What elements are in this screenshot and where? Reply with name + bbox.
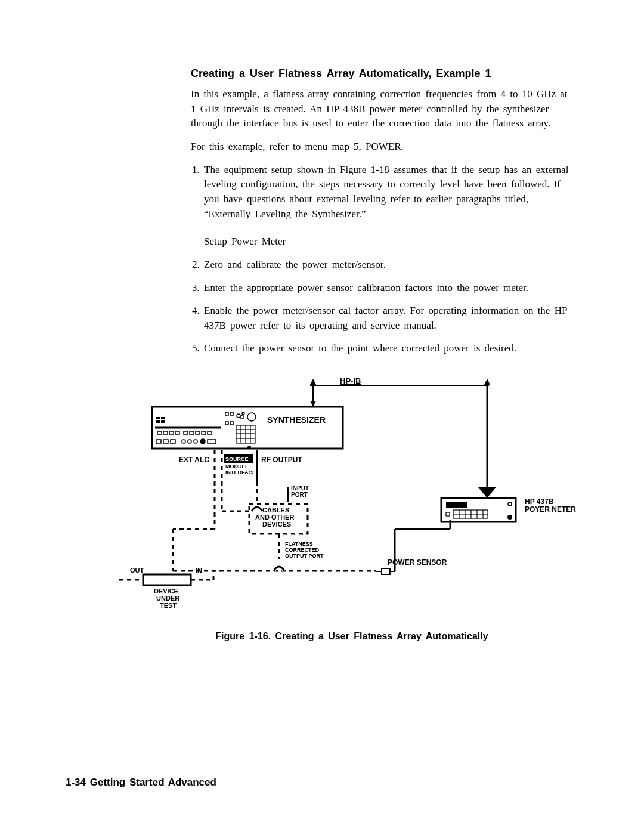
svg-marker-4 bbox=[484, 379, 490, 385]
svg-rect-21 bbox=[208, 431, 212, 434]
svg-rect-34 bbox=[241, 416, 243, 418]
svg-point-28 bbox=[200, 439, 205, 444]
svg-marker-1 bbox=[310, 379, 316, 385]
svg-rect-36 bbox=[230, 422, 233, 425]
step-3: Enter the appropriate power sensor calib… bbox=[204, 281, 572, 296]
svg-rect-8 bbox=[156, 417, 160, 419]
figure-caption: Figure 1-16. Creating a User Flatness Ar… bbox=[119, 629, 584, 643]
device-l1: DEVICE bbox=[154, 587, 178, 595]
setup-power-meter-label: Setup Power Meter bbox=[204, 234, 572, 249]
svg-point-45 bbox=[247, 446, 251, 449]
svg-point-66 bbox=[508, 502, 512, 506]
svg-rect-65 bbox=[446, 502, 467, 508]
svg-rect-24 bbox=[171, 440, 175, 443]
svg-rect-15 bbox=[169, 431, 174, 434]
step-5: Connect the power sensor to the point wh… bbox=[204, 341, 572, 356]
svg-marker-6 bbox=[478, 487, 496, 498]
source-module-l2: MODULE bbox=[225, 463, 249, 469]
svg-rect-17 bbox=[184, 431, 188, 434]
svg-point-32 bbox=[237, 414, 240, 418]
in-label: IN bbox=[196, 567, 202, 574]
svg-rect-23 bbox=[163, 440, 168, 443]
figure-block-diagram: HP-IB bbox=[119, 374, 584, 643]
steps-list: The equipment setup shown in Figure 1-18… bbox=[191, 163, 572, 356]
step-1: The equipment setup shown in Figure 1-18… bbox=[204, 163, 572, 249]
svg-rect-16 bbox=[175, 431, 179, 434]
hp437b-l1: HP 437B bbox=[525, 497, 554, 506]
section-heading: Creating a User Flatness Array Automatic… bbox=[191, 66, 572, 81]
svg-point-67 bbox=[507, 515, 512, 520]
device-l3: TEST bbox=[160, 602, 177, 609]
input-port-l2: PORT bbox=[291, 491, 308, 498]
hp-ib-label: HP-IB bbox=[340, 376, 361, 385]
svg-point-27 bbox=[194, 440, 197, 443]
input-port-l1: INPUT bbox=[291, 485, 309, 491]
svg-rect-10 bbox=[156, 420, 160, 423]
svg-rect-22 bbox=[156, 440, 161, 443]
svg-rect-14 bbox=[163, 431, 168, 434]
paragraph-intro: In this example, a flatness array contai… bbox=[191, 87, 572, 131]
svg-rect-58 bbox=[382, 568, 390, 574]
device-l2: UNDER bbox=[156, 595, 179, 602]
rf-output-label: RF OUTPUT bbox=[261, 456, 302, 464]
svg-rect-13 bbox=[157, 431, 162, 434]
source-module-l3: INTERFACE bbox=[225, 469, 256, 475]
cables-l2: AND OTHER bbox=[255, 514, 294, 521]
flatness-l2: CORRECTED bbox=[285, 547, 320, 553]
svg-point-33 bbox=[242, 412, 244, 415]
step-4: Enable the power meter/sensor cal factor… bbox=[204, 304, 572, 333]
svg-rect-19 bbox=[196, 431, 200, 434]
svg-rect-76 bbox=[143, 574, 191, 585]
out-label: OUT bbox=[130, 567, 144, 574]
svg-point-37 bbox=[247, 413, 256, 421]
cables-l1: CABLES bbox=[262, 506, 289, 514]
flatness-l3: OUTPUT PORT bbox=[285, 553, 324, 559]
svg-rect-20 bbox=[202, 431, 206, 434]
svg-point-26 bbox=[188, 440, 191, 443]
diagram-svg: HP-IB bbox=[119, 374, 584, 624]
svg-rect-18 bbox=[190, 431, 194, 434]
step-1-text: The equipment setup shown in Figure 1-18… bbox=[204, 164, 568, 219]
hp437b-l2: POYER NETER bbox=[525, 505, 576, 514]
svg-rect-31 bbox=[230, 412, 233, 415]
svg-rect-11 bbox=[161, 420, 165, 423]
paragraph-ref: For this example, refer to menu map 5, P… bbox=[191, 140, 572, 154]
step-2: Zero and calibrate the power meter/senso… bbox=[204, 258, 572, 273]
synthesizer-label: SYNTHESIZER bbox=[267, 415, 326, 425]
flatness-l1: FLATNESS bbox=[285, 541, 313, 547]
svg-rect-35 bbox=[225, 422, 228, 425]
svg-point-25 bbox=[182, 440, 185, 443]
power-sensor-label: POWER SENSOR bbox=[388, 558, 447, 567]
svg-rect-30 bbox=[225, 412, 228, 415]
svg-rect-75 bbox=[446, 512, 450, 516]
svg-rect-9 bbox=[161, 417, 165, 419]
page-footer: 1-34 Getting Started Advanced bbox=[66, 775, 216, 790]
source-module-l1: SOURCE bbox=[225, 456, 249, 462]
svg-rect-29 bbox=[208, 440, 216, 443]
ext-alc-label: EXT ALC bbox=[179, 456, 209, 464]
cables-l3: DEVICES bbox=[262, 521, 291, 528]
